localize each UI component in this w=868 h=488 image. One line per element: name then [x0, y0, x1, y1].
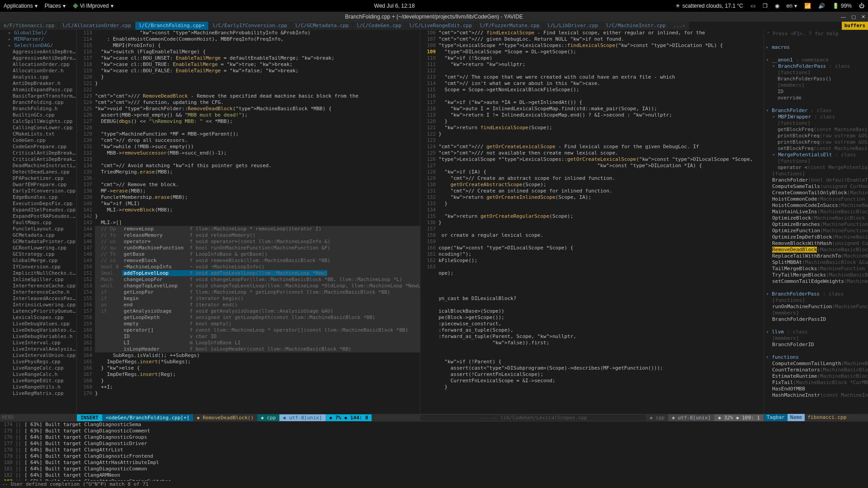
tagbar-item[interactable]: RemoveDeadBlock(MachineBasicBlock *M	[766, 247, 868, 253]
completion-item[interactable]: // qu runOnMachineFunctionf bool runOnMa…	[95, 245, 420, 251]
completion-item[interactable]: // fo releaseMemoryf void releaseMemory(…	[95, 232, 420, 239]
tagbar-item[interactable]: OptimizeFunction(MachineFunction &MF,	[766, 228, 868, 234]
tagbar-item[interactable]: __anon1 : namespace	[766, 57, 868, 63]
tagbar-item[interactable]: BranchFolderID	[766, 342, 868, 348]
nerdtree-file[interactable]: InterferenceCache.cpp	[0, 283, 76, 289]
tab-codegen[interactable]: l/C/CodeGen.cpp	[353, 22, 405, 30]
nerdtree-folder[interactable]: GlobalISel/	[0, 30, 76, 36]
maximize-button[interactable]: ▢	[851, 14, 856, 20]
nerdtree-file[interactable]: BranchFolding.h	[0, 106, 76, 112]
completion-item[interactable]: un endf iterator end()	[95, 302, 420, 308]
tab-machineinstr[interactable]: l/C/MachineInstr.cpp	[602, 22, 670, 30]
nerdtree-file[interactable]: LivePhysRegs.cpp	[0, 359, 76, 365]
applications-menu[interactable]: Applications ▾	[4, 3, 38, 9]
tagbar-item[interactable]: CreateCommonTailOnlyBlock(MachineBas	[766, 190, 868, 196]
completion-item[interactable]: // co removeBlockf void removeBlock(llvm…	[95, 258, 420, 264]
nerdtree-file[interactable]: CodeGen.cpp	[0, 137, 76, 144]
tab-liverangeedit[interactable]: l/C/LiveRangeEdit.cpp	[406, 22, 476, 30]
nerdtree-file[interactable]: DeadMachineInstructionEli	[0, 163, 76, 169]
nerdtree-file[interactable]: DFAPacketizer.cpp	[0, 175, 76, 182]
tagbar-item[interactable]: ID	[766, 89, 868, 95]
nerdtree-file[interactable]: GCRootLowering.cpp	[0, 245, 76, 251]
weather[interactable]: ☀ scattered clouds, 17.1 °C	[675, 3, 743, 9]
quickfix-row[interactable]: 182|| [ 64%] Built target ClangARMNeon	[0, 472, 868, 479]
nerdtree-file[interactable]: ImplicitNullChecks.cpp	[0, 270, 76, 277]
screen-icon[interactable]: ▭	[750, 3, 755, 9]
quickfix-window[interactable]: 174|| [ 63%] Built target ClangDiagnosti…	[0, 421, 868, 481]
tagbar-item[interactable]: ComputeCommonTailLength(MachineBasic	[766, 361, 868, 367]
completion-item[interactable]: IDv char ID	[95, 333, 420, 340]
tagbar-item[interactable]: HoistCommonCodeInSuccs(MachineBasicB	[766, 202, 868, 209]
nerdtree-file[interactable]: DetectDeadLanes.cpp	[0, 169, 76, 175]
completion-item[interactable]: Smal addTopLevelLoopf void addTopLevelLo…	[95, 270, 420, 277]
tagbar-item[interactable]: macros	[766, 44, 868, 51]
tagbar-item[interactable]: llvm : class	[766, 329, 868, 335]
nerdtree-file[interactable]: FuncletLayout.cpp	[0, 226, 76, 232]
tagbar-item[interactable]: BranchFolderPassID	[766, 316, 868, 323]
tagbar-item[interactable]: TryTailMergeBlocks(MachineBasicBlock	[766, 272, 868, 278]
tagbar-item[interactable]: printBlockFreq(raw ostream &OS, co	[766, 139, 868, 145]
tagbar-item[interactable]: OptimizeBlock(MachineBasicBlock *MBB)	[766, 215, 868, 221]
nerdtree-file[interactable]: AtomicExpandPass.cpp	[0, 87, 76, 93]
quickfix-row[interactable]: 174|| [ 63%] Built target ClangDiagnosti…	[0, 422, 868, 428]
nerdtree-file[interactable]: LiveIntervalAnalysis.cpp	[0, 346, 76, 352]
tagbar-item[interactable]: override	[766, 95, 868, 101]
tagbar-item[interactable]: [functions]	[766, 70, 868, 76]
tagbar-item[interactable]: operator <(const MergePotentialsEl	[766, 164, 868, 171]
tagbar-item[interactable]: ComputeSameTails(unsigned CurHash, u	[766, 183, 868, 190]
nerdtree-file[interactable]: DwarfEHPrepare.cpp	[0, 182, 76, 188]
nerdtree-file[interactable]: AllocationOrder.h	[0, 68, 76, 74]
tagbar-item[interactable]: EstimateRuntime(MachineBasicBlock::i	[766, 373, 868, 380]
completion-item[interactable]: if getAnalysisUsagef void getAnalysisUsa…	[95, 308, 420, 314]
tagbar-item[interactable]: [members]	[766, 335, 868, 342]
tagbar-item[interactable]: ReplaceTailWithBranchTo(MachineBasicB	[766, 253, 868, 259]
tagbar-item[interactable]: OptimizeBranches(MachineFunction &MF)	[766, 221, 868, 228]
tab-libdriver[interactable]: l/L/LibDriver.cpp	[543, 22, 602, 30]
quickfix-row[interactable]: 179|| [ 64%] Built target ClangDiagnosti…	[0, 453, 868, 460]
nerdtree-file[interactable]: InterferenceCache.h	[0, 289, 76, 296]
tagbar-item[interactable]: BranchFolder(bool defaultEnableTailM	[766, 177, 868, 183]
nerdtree-folder[interactable]: SelectionDAG/	[0, 42, 76, 49]
completion-item[interactable]: bool B ~MachineLoopInfo~ void ~MachineLo…	[95, 264, 420, 270]
nerdtree-file[interactable]: AggressiveAntiDepBreaker.	[0, 55, 76, 61]
tagbar-item[interactable]: [functions]	[766, 297, 868, 304]
nerdtree-file[interactable]: LexicalScopes.cpp	[0, 314, 76, 321]
tagbar-item[interactable]: printBlockFreq(raw ostream &OS, co	[766, 133, 868, 139]
completion-item[interactable]: // us operator=f void operator=(const ll…	[95, 239, 420, 245]
nerdtree-file[interactable]: GCMetadata.cpp	[0, 232, 76, 239]
tab-fuzzermutate[interactable]: l/F/FuzzerMutate.cpp	[476, 22, 543, 30]
nerdtree-file[interactable]: IfConversion.cpp	[0, 264, 76, 270]
nerdtree-file[interactable]: ExecutionDepsFix.cpp	[0, 201, 76, 207]
nerdtree-file[interactable]: CMakeLists.txt	[0, 131, 76, 137]
battery-indicator[interactable]: 🔋 99%	[832, 3, 852, 9]
tab-branchfolding[interactable]: l/C/BranchFolding.cpp+	[135, 22, 209, 30]
quickfix-row[interactable]: 180|| [ 64%] Built target ClangAttrHasAt…	[0, 460, 868, 466]
completion-item[interactable]: // Op removeLoopf llvm::MachineLoop * re…	[95, 226, 420, 232]
wifi-icon[interactable]: 📶	[804, 3, 811, 9]
nerdtree-file[interactable]: CallingConvLower.cpp	[0, 125, 76, 131]
tagbar-item[interactable]: [functions]	[766, 158, 868, 164]
editor-pane-right[interactable]: 1061071081091101111121131141151161171181…	[420, 30, 764, 421]
nerdtree-file[interactable]: EdgeBundles.cpp	[0, 194, 76, 201]
tagbar-panel[interactable]: " Press <F1>, ? for helpmacros__anon1 : …	[764, 30, 868, 421]
nerdtree-file[interactable]: LiveDebugVariables.cpp	[0, 327, 76, 333]
nerdtree-file[interactable]: GlobalMerge.cpp	[0, 258, 76, 264]
nerdtree-file[interactable]: LiveRegMatrix.cpp	[0, 390, 76, 397]
language-indicator[interactable]: en ▾	[787, 3, 797, 9]
tab-more[interactable]: ...›	[670, 22, 689, 30]
nerdtree-panel[interactable]: GlobalISel/MIRParser/SelectionDAG/Aggres…	[0, 30, 77, 421]
quickfix-row[interactable]: 177|| [ 64%] Built target ClangDiagnosti…	[0, 441, 868, 447]
nerdtree-file[interactable]: ExpandPostRAPseudos.cpp	[0, 213, 76, 220]
nerdtree-file[interactable]: GCMetadataPrinter.cpp	[0, 239, 76, 245]
tagbar-item[interactable]: CountTerminators(MachineBasicBlock *	[766, 367, 868, 373]
tagbar-item[interactable]: RemoveBlocksWithHash(unsigned CurHas	[766, 240, 868, 247]
quickfix-row[interactable]: 181|| [ 64%] Built target ClangDiagnosti…	[0, 466, 868, 472]
tagbar-item[interactable]: HasEndOfMBB	[766, 386, 868, 392]
nerdtree-file[interactable]: AntiDepBreaker.h	[0, 80, 76, 87]
completion-item[interactable]: whil changeTopLevelLoopf void changeTopL…	[95, 283, 420, 289]
nerdtree-file[interactable]: LiveIntervalUnion.cpp	[0, 352, 76, 359]
tagbar-item[interactable]: [functions]	[766, 120, 868, 127]
nerdtree-file[interactable]: LiveDebugValues.cpp	[0, 321, 76, 327]
nerdtree-file[interactable]: LiveInterval.cpp	[0, 340, 76, 346]
completion-item[interactable]: if getLoopForf llvm::MachineLoop * getLo…	[95, 289, 420, 296]
